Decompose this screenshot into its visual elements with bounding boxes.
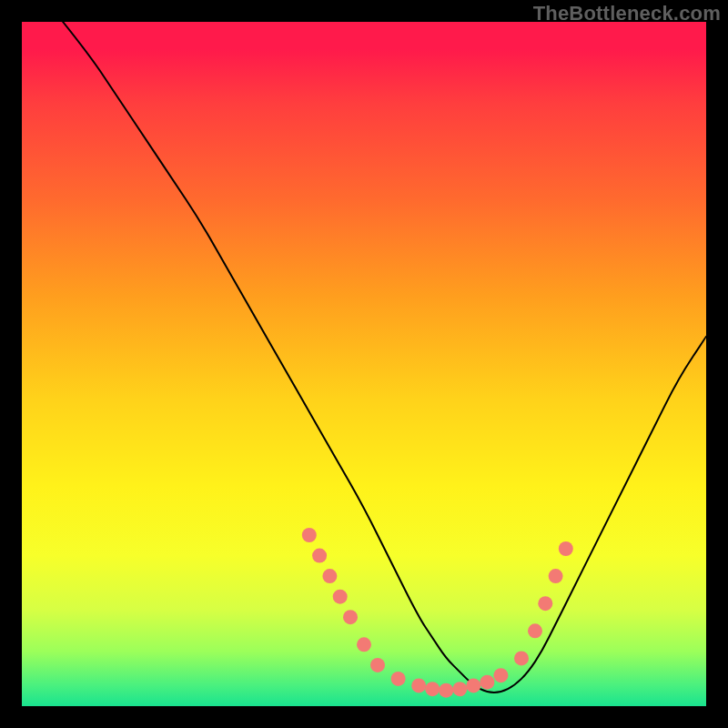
plot-area (22, 22, 706, 706)
chart-frame: TheBottleneck.com (0, 0, 728, 728)
background-gradient (22, 22, 706, 706)
watermark-text: TheBottleneck.com (533, 2, 721, 25)
